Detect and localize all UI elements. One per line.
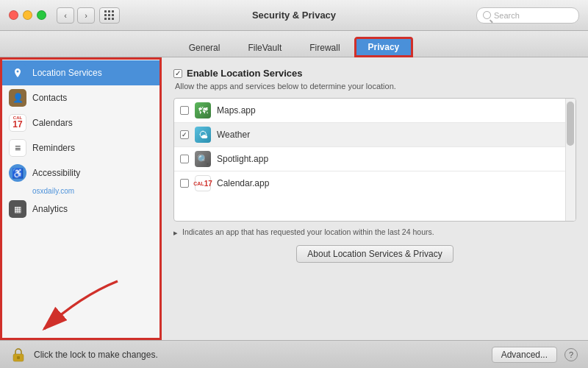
svg-rect-1 — [17, 356, 20, 359]
reminders-label: Reminders — [32, 143, 75, 153]
analytics-label: Analytics — [32, 204, 68, 214]
app-list: 🗺 Maps.app ▸ 🌤 Weather 🔍 Spotligh — [174, 99, 576, 221]
tabbar: General FileVault Firewall Privacy — [0, 31, 588, 57]
accessibility-icon: ♿ — [9, 164, 26, 182]
search-box[interactable]: Search — [476, 7, 579, 24]
calendar-label: Calendar.app — [217, 178, 269, 188]
analytics-icon: ▦ — [9, 200, 26, 218]
scrollbar-track[interactable] — [565, 99, 576, 221]
tab-firewall[interactable]: Firewall — [295, 38, 354, 57]
sidebar-item-contacts[interactable]: 👤 Contacts — [0, 85, 161, 110]
search-icon — [483, 11, 491, 19]
minimize-button[interactable] — [23, 10, 32, 20]
spotlight-checkbox[interactable] — [180, 155, 189, 163]
grid-icon — [104, 10, 115, 21]
sidebar-item-location[interactable]: Location Services — [0, 60, 161, 85]
window-title: Security & Privacy — [252, 10, 336, 21]
forward-button[interactable]: › — [77, 7, 95, 24]
right-panel: ✓ Enable Location Services Allow the app… — [162, 57, 588, 340]
watermark: osxdaily.com — [0, 185, 161, 197]
hint-row: ▸ Indicates an app that has requested yo… — [173, 227, 576, 238]
hint-arrow-icon: ▸ — [173, 228, 178, 238]
app-item-maps[interactable]: 🗺 Maps.app ▸ — [174, 99, 576, 123]
contacts-icon: 👤 — [9, 89, 26, 107]
tab-privacy[interactable]: Privacy — [354, 37, 414, 57]
enable-desc: Allow the apps and services below to det… — [173, 82, 576, 91]
contacts-label: Contacts — [32, 93, 67, 103]
sidebar-item-analytics[interactable]: ▦ Analytics — [0, 197, 161, 222]
weather-checkbox[interactable] — [180, 130, 189, 139]
calendars-icon: CAL 17 — [9, 114, 26, 132]
maps-icon: 🗺 — [195, 102, 211, 118]
advanced-button[interactable]: Advanced... — [492, 347, 557, 363]
bottom-bar: Click the lock to make changes. Advanced… — [0, 340, 588, 368]
tab-filevault[interactable]: FileVault — [234, 38, 295, 57]
app-item-weather[interactable]: 🌤 Weather — [174, 123, 576, 147]
close-button[interactable] — [9, 10, 18, 20]
tab-general[interactable]: General — [175, 38, 234, 57]
enable-row: ✓ Enable Location Services — [173, 68, 576, 79]
traffic-lights — [9, 10, 46, 20]
sidebar-item-reminders[interactable]: ≡ Reminders — [0, 135, 161, 160]
titlebar: ‹ › Security & Privacy Search — [0, 0, 588, 31]
hint-text: Indicates an app that has requested your… — [182, 227, 434, 236]
back-button[interactable]: ‹ — [57, 7, 74, 24]
main-content: Location Services 👤 Contacts CAL 17 Cale… — [0, 57, 588, 340]
help-button[interactable]: ? — [564, 348, 578, 361]
app-list-container: 🗺 Maps.app ▸ 🌤 Weather 🔍 Spotligh — [173, 98, 576, 222]
location-icon — [9, 64, 26, 82]
weather-label: Weather — [217, 130, 250, 140]
enable-checkbox[interactable]: ✓ — [173, 69, 182, 78]
maximize-button[interactable] — [37, 10, 46, 20]
lock-label: Click the lock to make changes. — [34, 350, 158, 360]
spotlight-icon: 🔍 — [195, 151, 211, 167]
grid-view-button[interactable] — [99, 7, 120, 24]
sidebar-item-accessibility[interactable]: ♿ Accessibility — [0, 160, 161, 185]
enable-label: Enable Location Services — [187, 68, 303, 79]
app-item-spotlight[interactable]: 🔍 Spotlight.app — [174, 147, 576, 171]
scrollbar-thumb[interactable] — [567, 102, 574, 146]
location-label: Location Services — [32, 68, 102, 78]
maps-checkbox[interactable] — [180, 106, 189, 115]
reminders-icon: ≡ — [9, 139, 26, 157]
lock-icon[interactable] — [10, 347, 26, 363]
accessibility-label: Accessibility — [32, 168, 80, 178]
spotlight-label: Spotlight.app — [217, 154, 268, 164]
calendar-icon: CAL 17 — [195, 175, 211, 191]
calendar-checkbox[interactable] — [180, 179, 189, 188]
about-location-services-button[interactable]: About Location Services & Privacy — [296, 245, 453, 263]
calendars-label: Calendars — [32, 118, 73, 128]
app-item-calendar[interactable]: CAL 17 Calendar.app — [174, 171, 576, 195]
sidebar: Location Services 👤 Contacts CAL 17 Cale… — [0, 57, 162, 340]
maps-label: Maps.app — [217, 105, 256, 116]
search-placeholder: Search — [494, 11, 520, 20]
sidebar-item-calendars[interactable]: CAL 17 Calendars — [0, 110, 161, 135]
weather-icon: 🌤 — [195, 127, 211, 143]
